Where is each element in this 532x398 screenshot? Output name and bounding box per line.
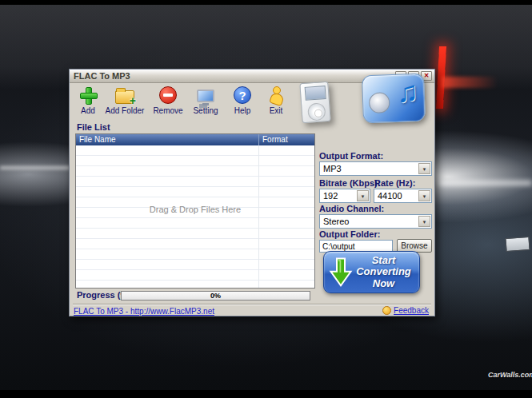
file-list-drop-zone[interactable]: Drag & Drop Files Here [76,145,314,288]
add-folder-button-label: Add Folder [106,106,145,115]
add-plus-icon [79,86,97,104]
chevron-down-icon[interactable] [418,216,430,227]
output-format-label: Output Format: [319,151,383,161]
background-light-streak-left [0,166,70,169]
audio-channel-select[interactable]: Stereo [319,214,432,229]
exit-icon [267,86,285,104]
feedback-icon [382,306,391,315]
audio-channel-value: Stereo [320,215,431,229]
progress-percent-text: 0% [122,292,310,300]
file-list-table: File Name Format Drag & Drop Files Here [75,133,315,289]
exit-button-label: Exit [270,106,283,115]
flac-to-mp3-window: FLAC To MP3 – □ ✕ Add Add Folder Remove … [69,69,435,316]
bitrate-select[interactable]: 192 [319,189,370,203]
app-logo: ♫ [362,74,426,124]
output-format-value: MP3 [320,162,431,176]
column-header-file-name[interactable]: File Name [76,134,259,145]
help-button[interactable]: Help [226,86,258,119]
output-format-select[interactable]: MP3 [319,161,432,176]
ipod-click-wheel [307,102,326,121]
car-license-plate [505,237,530,252]
output-folder-label: Output Folder: [319,229,380,239]
rate-select[interactable]: 44100 [374,189,432,203]
progress-bar: 0% [121,291,310,300]
background-light-streak-right [438,181,532,185]
start-converting-button[interactable]: Start Converting Now [323,251,420,293]
remove-button-label: Remove [153,106,182,115]
start-converting-text: Start Converting Now [353,255,414,289]
remove-icon [159,86,177,104]
chevron-down-icon[interactable] [418,190,430,201]
add-folder-icon [115,90,134,104]
footer-divider [73,304,431,305]
feedback-label: Feedback [394,306,429,315]
add-folder-button[interactable]: Add Folder [102,86,147,119]
setting-button-label: Setting [193,106,218,115]
green-down-arrow-icon [329,257,353,288]
feedback-link[interactable]: Feedback [382,306,429,315]
file-list-label: File List [77,122,110,132]
website-link[interactable]: FLAC To MP3 - http://www.FlacMP3.net [74,307,214,316]
background-red-smear [442,77,498,88]
chevron-down-icon[interactable] [357,190,369,201]
column-header-format[interactable]: Format [259,134,314,145]
remove-button[interactable]: Remove [149,86,187,119]
music-note-icon: ♫ [396,75,418,109]
settings-monitor-icon [197,90,214,102]
chevron-down-icon[interactable] [418,163,430,174]
file-list-header: File Name Format [76,134,314,145]
setting-button[interactable]: Setting [187,86,224,119]
add-button[interactable]: Add [72,86,104,119]
help-button-label: Help [234,106,251,115]
exit-button[interactable]: Exit [260,86,292,119]
ipod-image [299,82,330,123]
bitrate-label: Bitrate (Kbps): [319,178,380,188]
window-title: FLAC To MP3 [72,71,395,81]
drag-drop-hint: Drag & Drop Files Here [76,205,314,214]
wallpaper-watermark: CarWalls.com [488,371,532,379]
help-icon [234,86,251,104]
add-button-label: Add [81,106,95,115]
audio-channel-label: Audio Channel: [319,204,384,213]
ipod-screen [305,86,326,101]
rate-label: Rate (Hz): [374,178,415,188]
